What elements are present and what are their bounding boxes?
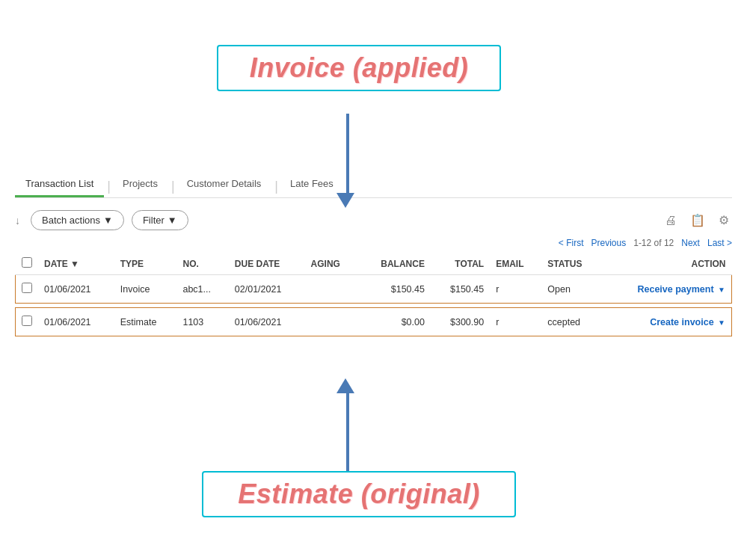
row1-due-date: 02/01/2021 [229, 275, 305, 304]
row1-type: Invoice [114, 275, 177, 304]
col-no: NO. [176, 253, 228, 275]
toolbar-left: ↓ Batch actions ▼ Filter ▼ [15, 210, 188, 230]
arrow-up-line [346, 392, 349, 474]
row1-balance: $150.45 [358, 275, 431, 304]
row1-action-link[interactable]: Receive payment [637, 284, 713, 295]
annotation-top-label: Invoice (applied) [250, 52, 469, 83]
select-all-checkbox[interactable] [22, 257, 32, 268]
toolbar: ↓ Batch actions ▼ Filter ▼ 🖨 📋 ⚙ [15, 210, 732, 230]
toolbar-right: 🖨 📋 ⚙ [662, 212, 732, 229]
row2-aging [305, 308, 359, 336]
row2-total: $300.90 [431, 308, 490, 336]
row1-aging [305, 275, 359, 304]
batch-actions-dropdown-icon: ▼ [103, 215, 113, 226]
pagination-bar: < First Previous 1-12 of 12 Next Last > [15, 238, 732, 248]
tab-customer-details[interactable]: Customer Details [176, 172, 272, 197]
row2-type: Estimate [114, 308, 177, 336]
pagination-next[interactable]: Next [681, 238, 700, 248]
annotation-bottom-label: Estimate (original) [238, 479, 480, 509]
sort-icon[interactable]: ↓ [15, 215, 20, 227]
row1-date: 01/06/2021 [38, 275, 114, 304]
row2-no: 1103 [176, 308, 228, 336]
row1-action-dropdown-icon[interactable]: ▼ [718, 286, 725, 294]
settings-icon[interactable]: ⚙ [716, 212, 732, 229]
export-icon[interactable]: 📋 [687, 212, 708, 229]
filter-dropdown-icon: ▼ [167, 215, 177, 226]
table-row: 01/06/2021 Invoice abc1... 02/01/2021 $1… [16, 275, 732, 304]
row2-checkbox-cell [16, 308, 39, 336]
col-type: TYPE [114, 253, 177, 275]
col-aging: AGING [305, 253, 359, 275]
table-row: 01/06/2021 Estimate 1103 01/06/2021 $0.0… [16, 308, 732, 336]
row1-action: Receive payment ▼ [602, 275, 732, 304]
row2-balance: $0.00 [358, 308, 431, 336]
print-icon[interactable]: 🖨 [662, 212, 680, 229]
col-date[interactable]: DATE ▼ [38, 253, 114, 275]
col-action: ACTION [602, 253, 732, 275]
col-status: STATUS [541, 253, 602, 275]
row2-date: 01/06/2021 [38, 308, 114, 336]
table-header-row: DATE ▼ TYPE NO. DUE DATE AGING BALANCE T… [16, 253, 732, 275]
row1-email: r [490, 275, 541, 304]
arrow-down-head [336, 193, 354, 208]
row2-status: ccepted [541, 308, 602, 336]
tab-late-fees[interactable]: Late Fees [280, 172, 344, 197]
pagination-first[interactable]: < First [559, 238, 584, 248]
col-total: TOTAL [431, 253, 490, 275]
row2-action: Create invoice ▼ [602, 308, 732, 336]
row1-no: abc1... [176, 275, 228, 304]
col-checkbox [16, 253, 39, 275]
row2-action-link[interactable]: Create invoice [650, 317, 713, 327]
transactions-table: DATE ▼ TYPE NO. DUE DATE AGING BALANCE T… [15, 253, 732, 336]
pagination-last[interactable]: Last > [707, 238, 732, 248]
col-balance: BALANCE [358, 253, 431, 275]
col-due-date: DUE DATE [229, 253, 305, 275]
filter-button[interactable]: Filter ▼ [132, 210, 188, 230]
arrow-down-line [346, 114, 349, 196]
row1-checkbox[interactable] [22, 283, 32, 293]
arrow-up-head [336, 378, 354, 393]
tab-transaction-list[interactable]: Transaction List [15, 172, 104, 197]
col-email: EMAIL [490, 253, 541, 275]
batch-actions-button[interactable]: Batch actions ▼ [31, 210, 124, 230]
row1-total: $150.45 [431, 275, 490, 304]
row2-checkbox[interactable] [22, 316, 32, 326]
pagination-previous[interactable]: Previous [591, 238, 627, 248]
row2-due-date: 01/06/2021 [229, 308, 305, 336]
tab-bar: Transaction List | Projects | Customer D… [15, 172, 732, 198]
row1-checkbox-cell [16, 275, 39, 304]
row2-action-dropdown-icon[interactable]: ▼ [718, 319, 725, 327]
annotation-bottom-box: Estimate (original) [202, 471, 516, 517]
row2-email: r [490, 308, 541, 336]
tab-projects[interactable]: Projects [112, 172, 168, 197]
pagination-info: 1-12 of 12 [633, 238, 674, 248]
annotation-top-box: Invoice (applied) [217, 45, 501, 91]
row1-status: Open [541, 275, 602, 304]
